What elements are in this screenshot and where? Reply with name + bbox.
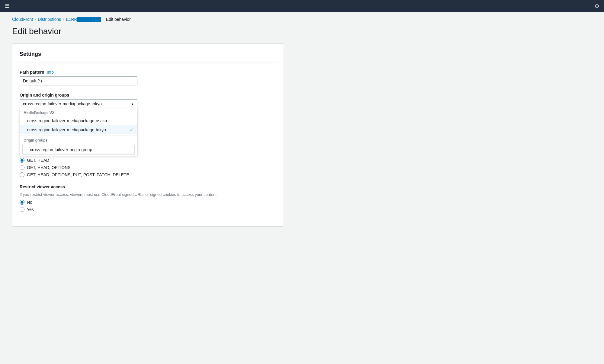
allowed-methods-all-radio[interactable]	[20, 172, 24, 177]
breadcrumb-sep-3: ›	[103, 17, 104, 21]
origin-groups-dropdown-trigger[interactable]: cross-region-failover-mediapackage-tokyo…	[20, 99, 137, 108]
restrict-viewer-label: Restrict viewer access	[20, 184, 276, 189]
origin-groups-label: Origin and origin groups	[20, 93, 276, 97]
dropdown-item-tokyo-text: cross-region-failover-mediapackage-tokyo	[27, 127, 106, 132]
settings-card: Settings Path pattern Info Origin and or…	[12, 43, 284, 227]
allowed-methods-get-head-options-radio[interactable]	[20, 165, 24, 170]
allowed-methods-get-head-options-option[interactable]: GET, HEAD, OPTIONS	[20, 165, 276, 170]
restrict-viewer-description: If you restrict viewer access, viewers m…	[20, 192, 276, 197]
card-title: Settings	[20, 51, 276, 62]
breadcrumb-sep-1: ›	[35, 17, 36, 21]
allowed-methods-get-head-options-label: GET, HEAD, OPTIONS	[27, 165, 71, 170]
allowed-methods-get-head-radio[interactable]	[20, 158, 24, 163]
restrict-viewer-yes-radio[interactable]	[20, 207, 24, 212]
origin-groups-group-label: Origin groups	[20, 136, 137, 144]
dropdown-item-osaka-text: cross-region-failover-mediapackage-osaka	[27, 118, 107, 123]
origin-groups-selected-value: cross-region-failover-mediapackage-tokyo	[23, 101, 102, 106]
page-title: Edit behavior	[0, 24, 604, 43]
restrict-viewer-radio-group: No Yes	[20, 200, 276, 212]
path-pattern-info-link[interactable]: Info	[47, 70, 54, 75]
allowed-methods-all-option[interactable]: GET, HEAD, OPTIONS, PUT, POST, PATCH, DE…	[20, 172, 276, 177]
dropdown-item-origin-group-text: cross-region-failover-origin-group	[30, 147, 92, 152]
path-pattern-label-text: Path pattern	[20, 70, 44, 75]
dropdown-item-tokyo[interactable]: cross-region-failover-mediapackage-tokyo…	[20, 125, 137, 134]
allowed-methods-get-head-label: GET, HEAD	[27, 158, 49, 163]
dropdown-item-osaka[interactable]: cross-region-failover-mediapackage-osaka	[20, 116, 137, 125]
restrict-viewer-no-radio[interactable]	[20, 200, 24, 205]
mediapackage-group-label: MediaPackage V2	[20, 108, 137, 116]
restrict-viewer-group: Restrict viewer access If you restrict v…	[20, 184, 276, 212]
origin-groups-dropdown-container: cross-region-failover-mediapackage-tokyo…	[20, 99, 137, 108]
origin-groups-label-text: Origin and origin groups	[20, 93, 69, 97]
profile-icon[interactable]: ⊙	[595, 3, 599, 9]
breadcrumb-current-page: Edit behavior	[106, 17, 131, 22]
path-pattern-group: Path pattern Info	[20, 70, 276, 85]
breadcrumb-sep-2: ›	[63, 17, 64, 21]
allowed-methods-radio-group: GET, HEAD GET, HEAD, OPTIONS GET, HEAD, …	[20, 158, 276, 177]
breadcrumb: CloudFront › Distributions › E1RR███████…	[0, 12, 604, 24]
allowed-methods-all-label: GET, HEAD, OPTIONS, PUT, POST, PATCH, DE…	[27, 172, 129, 177]
allowed-methods-get-head-option[interactable]: GET, HEAD	[20, 158, 276, 163]
restrict-viewer-yes-option[interactable]: Yes	[20, 207, 276, 212]
path-pattern-input[interactable]	[20, 76, 137, 85]
origin-groups-dropdown-menu: MediaPackage V2 cross-region-failover-me…	[20, 108, 137, 156]
path-pattern-label: Path pattern Info	[20, 70, 276, 75]
dropdown-item-origin-group[interactable]: cross-region-failover-origin-group	[22, 145, 135, 155]
restrict-viewer-no-label: No	[27, 200, 32, 205]
breadcrumb-distributions[interactable]: Distributions	[38, 17, 61, 22]
restrict-viewer-no-option[interactable]: No	[20, 200, 276, 205]
selected-checkmark-icon: ✓	[130, 127, 133, 132]
origin-groups-field-group: Origin and origin groups cross-region-fa…	[20, 93, 276, 108]
main-content: Settings Path pattern Info Origin and or…	[0, 43, 604, 239]
top-navigation-bar: ☰ ⊙	[0, 0, 604, 12]
hamburger-menu-icon[interactable]: ☰	[5, 3, 10, 9]
restrict-viewer-yes-label: Yes	[27, 207, 34, 212]
breadcrumb-cloudfront[interactable]: CloudFront	[12, 17, 33, 22]
dropdown-arrow-icon: ▲	[131, 102, 134, 106]
breadcrumb-distribution-id[interactable]: E1RR████████	[66, 17, 101, 22]
